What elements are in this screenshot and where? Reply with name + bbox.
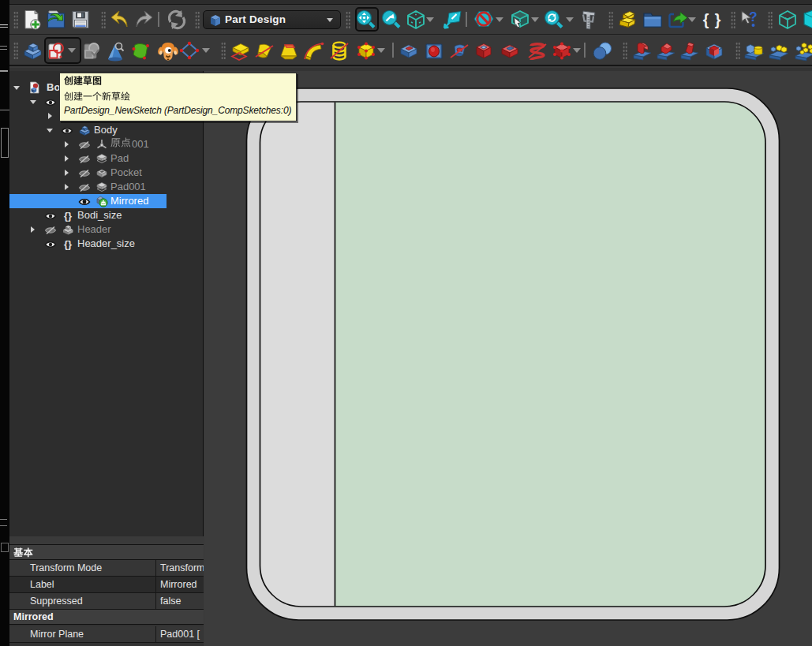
svg-text:{}: {} <box>63 210 71 222</box>
svg-text:{}: {} <box>63 238 71 250</box>
svg-text:}: } <box>715 11 721 28</box>
svg-text:?: ? <box>749 9 757 24</box>
svg-text:{: { <box>703 11 709 28</box>
